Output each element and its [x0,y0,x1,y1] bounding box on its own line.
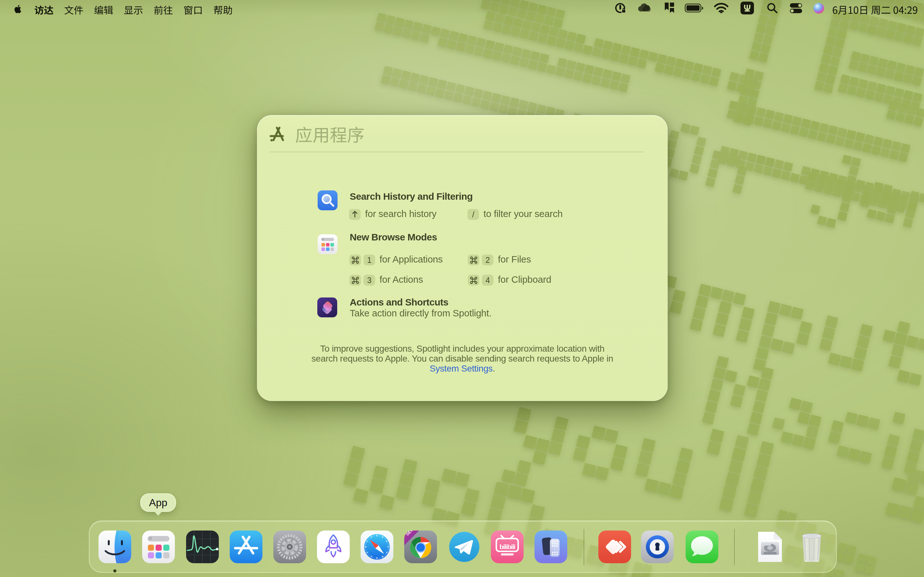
svg-text:bilibili: bilibili [499,543,515,550]
